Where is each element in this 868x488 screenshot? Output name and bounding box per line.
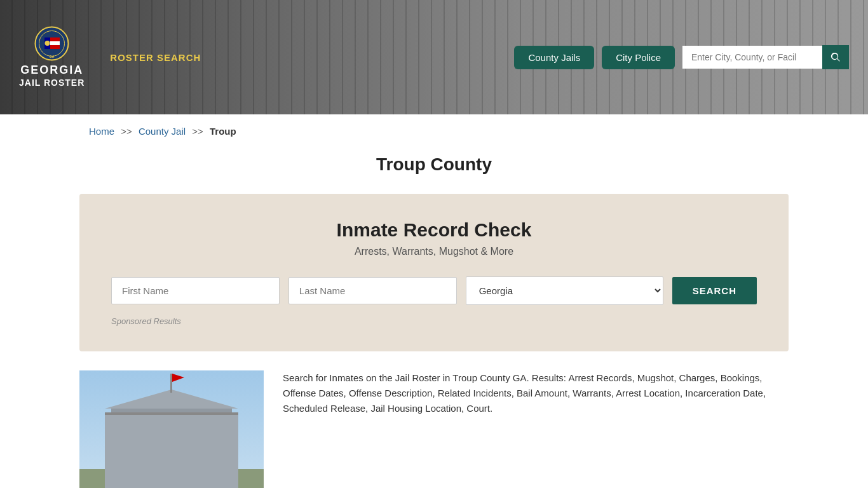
header-right: County Jails City Police bbox=[514, 45, 849, 69]
svg-rect-22 bbox=[170, 374, 172, 393]
county-jails-button[interactable]: County Jails bbox=[514, 46, 594, 69]
header-search-input[interactable] bbox=[682, 46, 822, 69]
content-section: Search for Inmates on the Jail Roster in… bbox=[79, 370, 789, 488]
svg-rect-21 bbox=[210, 421, 222, 434]
building-svg bbox=[79, 370, 264, 488]
svg-rect-17 bbox=[212, 414, 219, 472]
breadcrumb-current: Troup bbox=[210, 126, 236, 137]
svg-rect-12 bbox=[124, 414, 132, 472]
breadcrumb-home-link[interactable]: Home bbox=[89, 126, 114, 137]
svg-point-6 bbox=[45, 41, 50, 46]
breadcrumb: Home >> County Jail >> Troup bbox=[0, 114, 868, 148]
svg-rect-11 bbox=[111, 409, 232, 414]
inmate-search-button[interactable]: SEARCH bbox=[672, 277, 757, 304]
header-search-bar bbox=[682, 45, 849, 69]
svg-rect-10 bbox=[111, 409, 232, 472]
logo-text: GEORGIA JAIL ROSTER bbox=[19, 64, 85, 88]
svg-rect-20 bbox=[121, 421, 133, 434]
last-name-input[interactable] bbox=[288, 277, 457, 304]
site-header: GA GEORGIA JAIL ROSTER ROSTER SEARCH Cou… bbox=[0, 0, 868, 114]
breadcrumb-sep-1: >> bbox=[121, 126, 132, 137]
sponsored-results-label: Sponsored Results bbox=[111, 316, 757, 326]
logo-area: GA GEORGIA JAIL ROSTER bbox=[19, 26, 85, 88]
inmate-record-subtitle: Arrests, Warrants, Mugshot & More bbox=[111, 246, 757, 257]
svg-text:GA: GA bbox=[50, 55, 55, 58]
page-title: Troup County bbox=[0, 148, 868, 194]
breadcrumb-county-jail-link[interactable]: County Jail bbox=[139, 126, 186, 137]
inmate-record-section: Inmate Record Check Arrests, Warrants, M… bbox=[79, 194, 789, 351]
svg-rect-19 bbox=[156, 447, 187, 472]
search-icon bbox=[830, 51, 841, 63]
state-select[interactable]: AlabamaAlaskaArizonaArkansasCaliforniaCo… bbox=[466, 276, 663, 305]
svg-rect-15 bbox=[181, 414, 189, 472]
roster-search-link[interactable]: ROSTER SEARCH bbox=[110, 52, 201, 63]
first-name-input[interactable] bbox=[111, 277, 280, 304]
svg-rect-16 bbox=[200, 414, 208, 472]
breadcrumb-sep-2: >> bbox=[192, 126, 203, 137]
svg-rect-9 bbox=[79, 469, 264, 488]
svg-rect-13 bbox=[143, 414, 151, 472]
header-search-button[interactable] bbox=[822, 45, 849, 69]
inmate-record-heading: Inmate Record Check bbox=[111, 219, 757, 241]
county-building-image bbox=[79, 370, 264, 488]
content-description: Search for Inmates on the Jail Roster in… bbox=[283, 370, 789, 416]
georgia-seal-icon: GA bbox=[34, 26, 69, 61]
city-police-button[interactable]: City Police bbox=[602, 46, 675, 69]
inmate-search-form: AlabamaAlaskaArizonaArkansasCaliforniaCo… bbox=[111, 276, 757, 305]
svg-rect-14 bbox=[162, 414, 170, 472]
